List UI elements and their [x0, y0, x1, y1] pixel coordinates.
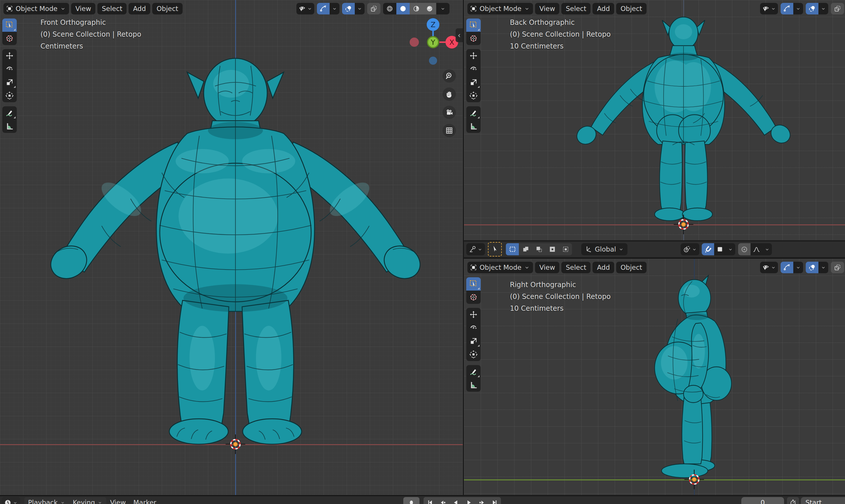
- tool-measure[interactable]: [466, 378, 481, 392]
- select-mode-invert[interactable]: [546, 243, 559, 255]
- object-visibility-dropdown[interactable]: [760, 262, 778, 273]
- tool-select-box[interactable]: [2, 18, 17, 32]
- auto-keyframe-button[interactable]: [403, 497, 419, 504]
- mode-selector[interactable]: Object Mode: [467, 3, 533, 15]
- cursor-tool-icon: [469, 34, 478, 43]
- mode-selector[interactable]: Object Mode: [467, 262, 533, 273]
- object-visibility-dropdown[interactable]: [760, 3, 778, 15]
- menu-view[interactable]: View: [535, 262, 560, 273]
- select-extend-icon: [522, 246, 529, 253]
- preview-range-button[interactable]: [787, 497, 799, 504]
- select-mode-set[interactable]: [506, 243, 519, 255]
- tool-measure[interactable]: [466, 120, 481, 133]
- menu-keying[interactable]: Keying: [69, 497, 106, 504]
- xray-toggle[interactable]: [367, 3, 380, 15]
- orthographic-toggle-button[interactable]: [443, 124, 456, 137]
- mode-selector[interactable]: Object Mode: [3, 3, 69, 15]
- viewport-right[interactable]: Object Mode View Select Add Object: [464, 259, 845, 495]
- xray-toggle[interactable]: [831, 3, 844, 15]
- menu-view[interactable]: View: [535, 3, 560, 15]
- transform-orientation-dropdown[interactable]: Global: [581, 243, 627, 255]
- tool-select-box[interactable]: [466, 18, 481, 32]
- tool-cursor[interactable]: [466, 32, 481, 45]
- navigation-gizmo[interactable]: Z X Y: [407, 15, 462, 70]
- tool-cursor[interactable]: [466, 291, 481, 304]
- menu-add[interactable]: Add: [593, 3, 614, 15]
- tool-select-box[interactable]: [466, 277, 481, 291]
- play-reverse-button[interactable]: [450, 497, 462, 504]
- menu-select[interactable]: Select: [561, 3, 591, 15]
- menu-object[interactable]: Object: [616, 3, 647, 15]
- tool-scale[interactable]: [2, 76, 17, 89]
- menu-playback[interactable]: Playback: [24, 497, 69, 504]
- chevron-down-icon: [477, 247, 483, 252]
- jump-to-end-button[interactable]: [488, 497, 501, 504]
- menu-object[interactable]: Object: [152, 3, 183, 15]
- snap-toggle[interactable]: [702, 243, 714, 255]
- tool-cursor[interactable]: [2, 32, 17, 45]
- active-tool-dropdown[interactable]: [466, 243, 485, 255]
- play-button[interactable]: [463, 497, 475, 504]
- tool-annotate[interactable]: [2, 106, 17, 120]
- tool-move[interactable]: [466, 308, 481, 321]
- menu-select[interactable]: Select: [97, 3, 127, 15]
- shading-rendered-button[interactable]: [423, 3, 436, 15]
- tool-scale[interactable]: [466, 335, 481, 348]
- shading-solid-button[interactable]: [396, 3, 410, 15]
- snap-dropdown[interactable]: [726, 243, 735, 255]
- tool-rotate[interactable]: [2, 62, 17, 76]
- gizmos-dropdown[interactable]: [780, 3, 803, 15]
- current-frame-field[interactable]: 0: [741, 497, 784, 504]
- falloff-curve-icon: [753, 246, 760, 253]
- active-tool-button[interactable]: [488, 242, 502, 256]
- gizmos-dropdown[interactable]: [780, 262, 803, 273]
- tool-annotate[interactable]: [466, 365, 481, 378]
- menu-select[interactable]: Select: [561, 262, 591, 273]
- overlays-dropdown[interactable]: [806, 262, 828, 273]
- snap-target-button[interactable]: [714, 243, 726, 255]
- orientation-label: Global: [595, 246, 616, 253]
- pan-button[interactable]: [443, 88, 456, 101]
- object-visibility-dropdown[interactable]: [296, 3, 314, 15]
- proportional-falloff-button[interactable]: [751, 243, 762, 255]
- overlays-dropdown[interactable]: [342, 3, 364, 15]
- tool-transform[interactable]: [466, 348, 481, 361]
- sidebar-toggle[interactable]: ‹: [455, 28, 463, 42]
- tool-move[interactable]: [466, 49, 481, 62]
- zoom-button[interactable]: [443, 69, 456, 83]
- proportional-edit-toggle[interactable]: [738, 243, 751, 255]
- overlays-dropdown[interactable]: [806, 3, 828, 15]
- shading-wireframe-button[interactable]: [383, 3, 396, 15]
- previous-keyframe-button[interactable]: [436, 497, 449, 504]
- menu-timeline-view[interactable]: View: [106, 497, 130, 504]
- xray-toggle[interactable]: [831, 262, 844, 273]
- tool-rotate[interactable]: [466, 321, 481, 335]
- tool-move[interactable]: [2, 49, 17, 62]
- select-mode-subtract[interactable]: [533, 243, 545, 255]
- tool-annotate[interactable]: [466, 106, 481, 120]
- menu-add[interactable]: Add: [593, 262, 614, 273]
- select-mode-intersect[interactable]: [559, 243, 572, 255]
- menu-object[interactable]: Object: [616, 262, 647, 273]
- frame-start-field[interactable]: Start 1: [801, 497, 845, 504]
- tool-scale[interactable]: [466, 76, 481, 89]
- tool-transform[interactable]: [2, 89, 17, 102]
- menu-marker[interactable]: Marker: [129, 497, 160, 504]
- proportional-dropdown[interactable]: [762, 243, 772, 255]
- viewport-front[interactable]: Object Mode View Select Add Object: [0, 0, 463, 495]
- menu-add[interactable]: Add: [129, 3, 150, 15]
- pivot-point-dropdown[interactable]: [681, 243, 699, 255]
- viewport-back[interactable]: Object Mode View Select Add Object: [464, 0, 845, 240]
- tool-measure[interactable]: [2, 120, 17, 133]
- menu-view[interactable]: View: [71, 3, 96, 15]
- jump-to-start-button[interactable]: [424, 497, 436, 504]
- tool-transform[interactable]: [466, 89, 481, 102]
- camera-view-button[interactable]: [443, 106, 456, 119]
- tool-rotate[interactable]: [466, 62, 481, 76]
- select-mode-extend[interactable]: [519, 243, 532, 255]
- shading-material-button[interactable]: [410, 3, 423, 15]
- gizmos-dropdown[interactable]: [317, 3, 339, 15]
- next-keyframe-button[interactable]: [475, 497, 488, 504]
- shading-dropdown[interactable]: [436, 3, 450, 15]
- editor-type-dropdown[interactable]: [2, 497, 20, 504]
